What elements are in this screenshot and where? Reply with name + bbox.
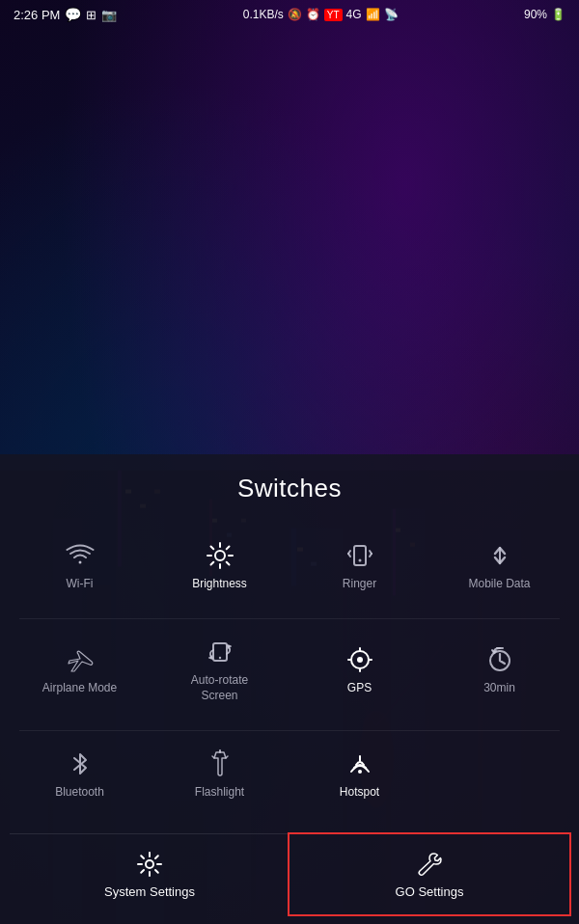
status-left: 2:26 PM 💬 ⊞ 📷: [14, 7, 117, 22]
svg-point-64: [146, 860, 153, 868]
svg-point-62: [358, 770, 362, 774]
wifi-label: Wi-Fi: [67, 577, 94, 592]
go-settings-label: GO Settings: [396, 884, 464, 899]
whatsapp-icon: 💬: [65, 7, 81, 22]
grid-icon: ⊞: [86, 8, 96, 22]
svg-line-60: [212, 756, 214, 758]
svg-line-40: [226, 546, 229, 549]
network-type: 4G: [346, 8, 362, 21]
switch-mobile-data[interactable]: Mobile Data: [429, 527, 569, 606]
bluetooth-label: Bluetooth: [55, 785, 104, 801]
switch-auto-rotate[interactable]: Auto-rotateScreen: [150, 623, 290, 717]
ringer-icon: [345, 540, 375, 571]
hotspot-label: Hotspot: [340, 785, 379, 801]
switch-wifi[interactable]: Wi-Fi: [10, 527, 150, 606]
status-center: 0.1KB/s 🔕 ⏰ YT 4G 📶 📡: [243, 8, 399, 21]
hotspot-icon: [345, 748, 375, 779]
switch-hotspot[interactable]: Hotspot: [290, 735, 429, 814]
airplane-icon: [65, 644, 96, 675]
go-settings-button[interactable]: GO Settings: [288, 832, 571, 916]
wifi-status-icon: 📡: [384, 8, 399, 21]
switch-gps[interactable]: GPS: [290, 623, 429, 717]
system-settings-label: System Settings: [104, 884, 195, 899]
signal-icon: 📶: [366, 8, 380, 21]
switch-brightness[interactable]: Brightness: [150, 527, 290, 606]
switch-ringer[interactable]: Ringer: [290, 527, 429, 606]
status-right: 90% 🔋: [524, 8, 565, 21]
switches-row-2: Airplane Mode Auto-rotateScreen: [10, 623, 569, 717]
row-separator-2: [19, 730, 560, 731]
airplane-label: Airplane Mode: [42, 681, 117, 696]
switch-empty: [429, 735, 569, 814]
data-speed: 0.1KB/s: [243, 8, 284, 21]
svg-line-44: [348, 554, 350, 557]
switch-timer[interactable]: 30min: [429, 623, 569, 717]
gps-icon: [345, 644, 375, 675]
alarm-icon: ⏰: [306, 8, 320, 21]
system-settings-button[interactable]: System Settings: [10, 834, 290, 914]
flashlight-icon: [205, 748, 235, 779]
switches-row-1: Wi-Fi Brightness: [10, 527, 569, 606]
status-bar: 2:26 PM 💬 ⊞ 📷 0.1KB/s 🔕 ⏰ YT 4G 📶 📡 90% …: [0, 0, 579, 29]
mobile-data-icon: [484, 540, 515, 571]
switch-airplane[interactable]: Airplane Mode: [10, 623, 150, 717]
switches-row-3: Bluetooth Flashlight: [10, 735, 569, 814]
svg-line-61: [226, 756, 228, 758]
auto-rotate-icon: [205, 637, 235, 667]
panel-title: Switches: [10, 474, 569, 503]
switches-panel: Switches Wi-Fi: [0, 454, 579, 924]
svg-line-39: [226, 561, 229, 564]
svg-line-41: [210, 561, 213, 564]
battery-percent: 90%: [524, 8, 547, 21]
svg-point-52: [357, 657, 363, 663]
svg-point-33: [215, 551, 225, 560]
gps-label: GPS: [347, 681, 372, 696]
svg-line-38: [210, 546, 213, 549]
brightness-icon: [205, 540, 235, 571]
row-separator-1: [19, 618, 560, 619]
system-settings-icon: [135, 850, 164, 879]
svg-rect-42: [354, 546, 366, 565]
mobile-data-label: Mobile Data: [468, 577, 530, 592]
settings-row: System Settings GO Settings: [10, 833, 569, 914]
switch-bluetooth[interactable]: Bluetooth: [10, 735, 150, 814]
wifi-icon: [65, 540, 96, 571]
svg-point-50: [218, 657, 220, 659]
flashlight-label: Flashlight: [195, 785, 244, 801]
time: 2:26 PM: [14, 8, 60, 22]
go-settings-icon: [415, 850, 444, 879]
svg-line-46: [370, 554, 372, 557]
mute-icon: 🔕: [288, 8, 302, 21]
battery-icon: 🔋: [551, 8, 565, 21]
timer-icon: [484, 644, 515, 675]
ringer-label: Ringer: [343, 577, 376, 592]
brightness-label: Brightness: [192, 577, 247, 592]
switch-flashlight[interactable]: Flashlight: [150, 735, 290, 814]
auto-rotate-label: Auto-rotateScreen: [191, 673, 248, 703]
svg-point-32: [78, 560, 81, 563]
timer-label: 30min: [483, 681, 515, 696]
instagram-icon: 📷: [101, 8, 117, 22]
bluetooth-icon: [65, 748, 96, 779]
yt-icon: YT: [324, 9, 343, 21]
